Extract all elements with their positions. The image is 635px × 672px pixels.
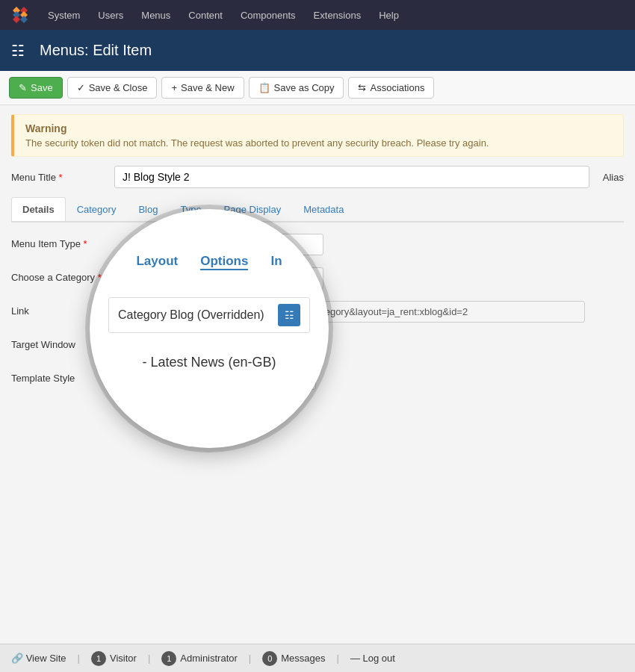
- top-nav: System Users Menus Content Components Ex…: [0, 0, 635, 30]
- copy-icon: 📋: [258, 82, 270, 93]
- zoom-tab-layout[interactable]: Layout: [136, 254, 178, 270]
- save-button[interactable]: ✎ Save: [9, 77, 63, 99]
- zoom-circle: Layout Options In Category Blog (Overrid…: [90, 209, 329, 448]
- visitor-count: 1: [91, 651, 106, 666]
- zoom-overlay: Layout Options In Category Blog (Overrid…: [90, 209, 329, 448]
- view-site-link[interactable]: 🔗 View Site: [11, 653, 66, 664]
- visitor-badge: 1 Visitor: [91, 651, 137, 666]
- save-copy-button[interactable]: 📋 Save as Copy: [249, 77, 344, 99]
- status-bar: 🔗 View Site | 1 Visitor | 1 Administrato…: [0, 644, 635, 672]
- admin-count: 1: [161, 651, 176, 666]
- menu-title-row: Menu Title * Alias: [11, 166, 624, 188]
- zoom-item-row: Category Blog (Overridden) ☷: [108, 297, 310, 333]
- logout-link[interactable]: — Log out: [350, 653, 395, 664]
- toolbar: ✎ Save ✓ Save & Close + Save & New 📋 Sav…: [0, 71, 635, 105]
- admin-label: Administrator: [180, 653, 238, 664]
- alias-label: Alias: [603, 172, 624, 183]
- nav-content[interactable]: Content: [179, 0, 232, 30]
- zoom-category-text: - Latest News (en-GB): [142, 355, 276, 370]
- zoom-tab-in[interactable]: In: [270, 254, 282, 270]
- nav-menus[interactable]: Menus: [132, 0, 179, 30]
- admin-badge: 1 Administrator: [161, 651, 238, 666]
- visitor-label: Visitor: [110, 653, 137, 664]
- save-new-button[interactable]: + Save & New: [161, 77, 244, 99]
- zoom-tabs-row: Layout Options In: [90, 254, 329, 270]
- messages-label: Messages: [281, 653, 325, 664]
- menu-title-label: Menu Title *: [11, 172, 108, 183]
- nav-help[interactable]: Help: [370, 0, 408, 30]
- associations-label: Associations: [370, 82, 424, 93]
- nav-components[interactable]: Components: [232, 0, 305, 30]
- save-copy-label: Save as Copy: [274, 82, 335, 93]
- zoom-category-row: - Latest News (en-GB): [90, 355, 329, 370]
- messages-badge: 0 Messages: [262, 651, 325, 666]
- page-title: Menus: Edit Item: [40, 42, 152, 59]
- zoom-item-grid-icon: ☷: [278, 304, 300, 326]
- save-close-label: Save & Close: [89, 82, 148, 93]
- warning-box: Warning The security token did not match…: [11, 114, 624, 157]
- required-marker: *: [59, 172, 63, 183]
- link-icon: ⇆: [358, 82, 366, 93]
- messages-count: 0: [262, 651, 277, 666]
- joomla-logo: [7, 3, 31, 27]
- zoom-tab-options[interactable]: Options: [200, 254, 248, 270]
- view-site-icon: 🔗: [11, 653, 23, 664]
- nav-users[interactable]: Users: [89, 0, 132, 30]
- warning-message: The security token did not match. The re…: [25, 137, 612, 149]
- warning-title: Warning: [25, 122, 612, 134]
- zoom-item-type-text: Category Blog (Overridden): [118, 308, 264, 322]
- save-close-button[interactable]: ✓ Save & Close: [67, 77, 158, 99]
- save-label: Save: [31, 82, 53, 93]
- nav-system[interactable]: System: [39, 0, 89, 30]
- nav-extensions[interactable]: Extensions: [305, 0, 371, 30]
- grid-icon: ☷: [11, 42, 25, 60]
- logout-icon: —: [350, 653, 360, 664]
- plus-icon: +: [171, 82, 177, 93]
- save-new-label: Save & New: [181, 82, 235, 93]
- check-icon: ✓: [77, 82, 85, 93]
- associations-button[interactable]: ⇆ Associations: [348, 77, 434, 99]
- menu-title-input[interactable]: [114, 166, 589, 188]
- tab-details[interactable]: Details: [11, 197, 66, 221]
- header-bar: ☷ Menus: Edit Item: [0, 30, 635, 71]
- save-icon: ✎: [19, 82, 27, 93]
